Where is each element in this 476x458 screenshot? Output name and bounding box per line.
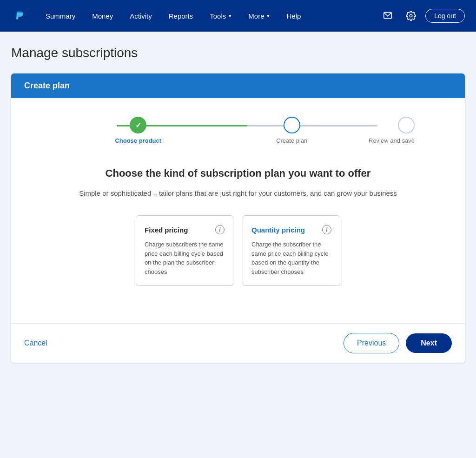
fixed-pricing-desc: Charge subscribers the same price each b… bbox=[145, 240, 225, 276]
pricing-cards-container: Fixed pricing i Charge subscribers the s… bbox=[43, 215, 433, 286]
stepper: ✓ Choose product Create plan Review and … bbox=[24, 117, 452, 144]
step-1-label: Choose product bbox=[115, 137, 161, 144]
quantity-pricing-title: Quantity pricing bbox=[251, 226, 305, 234]
nav-summary[interactable]: Summary bbox=[37, 0, 84, 32]
nav-links: Summary Money Activity Reports Tools▾ Mo… bbox=[37, 0, 379, 32]
paypal-logo bbox=[11, 7, 28, 24]
settings-icon[interactable] bbox=[402, 7, 420, 25]
navigation: Summary Money Activity Reports Tools▾ Mo… bbox=[0, 0, 476, 32]
nav-reports[interactable]: Reports bbox=[160, 0, 202, 32]
step-3-label: Review and save bbox=[369, 137, 415, 144]
step-3-circle bbox=[398, 117, 415, 133]
nav-help[interactable]: Help bbox=[278, 0, 309, 32]
card-body: ✓ Choose product Create plan Review and … bbox=[11, 98, 465, 323]
page-container: Manage subscriptions Create plan ✓ Choos… bbox=[0, 32, 476, 381]
quantity-pricing-desc: Charge the subscriber the same price eac… bbox=[251, 240, 331, 276]
card-header-title: Create plan bbox=[24, 81, 70, 90]
cancel-button[interactable]: Cancel bbox=[24, 339, 47, 347]
nav-tools[interactable]: Tools▾ bbox=[201, 0, 240, 32]
content-section: Choose the kind of subscription plan you… bbox=[24, 166, 452, 286]
step-choose-product: ✓ Choose product bbox=[61, 117, 215, 144]
content-subtitle: Simple or sophisticated – tailor plans t… bbox=[43, 188, 433, 199]
page-title: Manage subscriptions bbox=[11, 46, 465, 60]
create-plan-card: Create plan ✓ Choose product Create plan bbox=[11, 73, 465, 363]
step-2-circle bbox=[284, 117, 300, 133]
quantity-pricing-info-icon[interactable]: i bbox=[322, 225, 331, 234]
card-footer: Cancel Previous Next bbox=[11, 323, 465, 363]
nav-money[interactable]: Money bbox=[84, 0, 121, 32]
next-button[interactable]: Next bbox=[406, 333, 452, 353]
step-1-circle: ✓ bbox=[130, 117, 146, 133]
content-title: Choose the kind of subscription plan you… bbox=[43, 166, 433, 181]
footer-actions: Previous Next bbox=[344, 333, 452, 353]
svg-point-1 bbox=[410, 14, 413, 17]
step-create-plan: Create plan bbox=[215, 117, 369, 144]
step-review-save: Review and save bbox=[369, 117, 415, 144]
card-header: Create plan bbox=[11, 73, 465, 98]
message-icon[interactable] bbox=[379, 7, 397, 25]
quantity-pricing-card[interactable]: Quantity pricing i Charge the subscriber… bbox=[243, 215, 340, 286]
step-2-label: Create plan bbox=[276, 137, 307, 144]
fixed-pricing-card[interactable]: Fixed pricing i Charge subscribers the s… bbox=[136, 215, 233, 286]
nav-actions: Log out bbox=[379, 7, 465, 25]
fixed-pricing-title: Fixed pricing bbox=[145, 226, 188, 234]
quantity-pricing-header: Quantity pricing i bbox=[251, 225, 331, 234]
nav-activity[interactable]: Activity bbox=[121, 0, 160, 32]
previous-button[interactable]: Previous bbox=[344, 333, 399, 353]
logout-button[interactable]: Log out bbox=[425, 9, 465, 23]
nav-more[interactable]: More▾ bbox=[240, 0, 278, 32]
fixed-pricing-header: Fixed pricing i bbox=[145, 225, 225, 234]
fixed-pricing-info-icon[interactable]: i bbox=[215, 225, 225, 234]
